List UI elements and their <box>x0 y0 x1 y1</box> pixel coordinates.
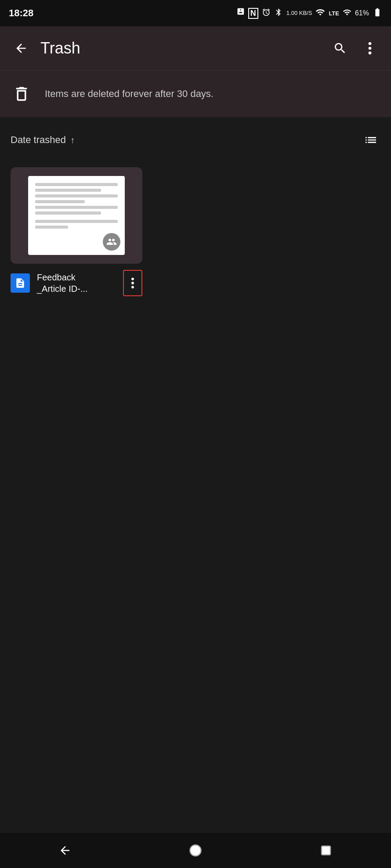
info-banner: Items are deleted forever after 30 days. <box>0 70 391 117</box>
doc-line <box>35 220 118 223</box>
svg-point-1 <box>369 47 372 50</box>
doc-line <box>35 206 118 209</box>
file-name: Feedback_Article ID-... <box>37 272 116 294</box>
file-doc-icon <box>11 273 30 293</box>
status-time: 18:28 <box>9 7 33 19</box>
n-icon: N <box>248 8 258 19</box>
svg-point-4 <box>131 282 134 284</box>
nav-back-button[interactable] <box>47 837 83 864</box>
trash-icon <box>11 83 33 105</box>
teams-icon <box>235 7 245 19</box>
more-options-button[interactable] <box>359 38 380 59</box>
signal-icon <box>343 8 351 18</box>
page-title: Trash <box>40 39 329 57</box>
wifi-icon <box>315 7 325 19</box>
battery-icon <box>373 7 382 19</box>
network-speed: 1.00 KB/S <box>286 10 312 16</box>
file-grid: Feedback_Article ID-... <box>0 158 391 308</box>
info-message: Items are deleted forever after 30 days. <box>45 88 214 100</box>
svg-point-6 <box>190 845 201 856</box>
app-bar-actions <box>329 38 380 59</box>
svg-point-2 <box>369 51 372 54</box>
app-bar: Trash <box>0 26 391 70</box>
svg-point-0 <box>369 42 372 45</box>
doc-line <box>35 183 118 186</box>
doc-line <box>35 189 101 192</box>
file-thumbnail <box>11 167 142 264</box>
sort-selector[interactable]: Date trashed ↑ <box>11 134 75 146</box>
battery-percent: 61% <box>355 9 369 17</box>
status-icons: N 1.00 KB/S LTE 61% <box>235 7 382 19</box>
list-item[interactable]: Feedback_Article ID-... <box>11 167 142 299</box>
svg-point-5 <box>131 286 134 288</box>
view-toggle-button[interactable] <box>361 130 380 150</box>
doc-line <box>35 200 85 203</box>
bottom-nav <box>0 833 391 868</box>
file-menu-button[interactable] <box>123 270 142 296</box>
bluetooth-icon <box>274 8 283 18</box>
status-bar: 18:28 N 1.00 KB/S LTE 61% <box>0 0 391 26</box>
doc-line <box>35 212 101 215</box>
file-info: Feedback_Article ID-... <box>11 264 142 299</box>
doc-line <box>35 226 68 229</box>
sort-direction-icon: ↑ <box>70 135 75 145</box>
alarm-icon <box>262 8 271 18</box>
sort-label-text: Date trashed <box>11 134 66 146</box>
back-button[interactable] <box>11 38 32 59</box>
doc-line <box>35 194 118 197</box>
shared-avatar <box>103 233 120 251</box>
svg-point-3 <box>131 278 134 280</box>
doc-preview <box>28 176 125 255</box>
nav-recents-button[interactable] <box>308 837 344 864</box>
search-button[interactable] <box>329 38 351 59</box>
sort-bar: Date trashed ↑ <box>0 117 391 158</box>
nav-home-button[interactable] <box>178 837 213 864</box>
lte-icon: LTE <box>329 10 339 17</box>
svg-rect-7 <box>322 846 330 855</box>
